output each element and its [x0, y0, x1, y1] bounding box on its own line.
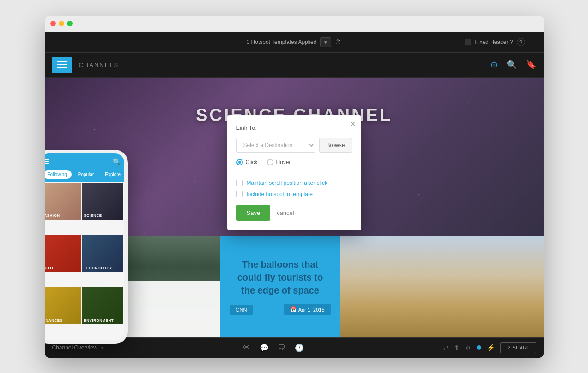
eye-icon[interactable]: 👁	[243, 343, 250, 352]
checkbox-row-2: Include hotspot in template	[236, 191, 352, 197]
phone-card-auto[interactable]: AUTO	[45, 235, 81, 272]
checkbox-scroll[interactable]	[236, 180, 243, 186]
balloon-source[interactable]: CNN	[230, 305, 254, 315]
hotspot-bar: 0 Hotspot Templates Applied ▾ ⏱	[247, 37, 342, 47]
comment-icon[interactable]: 🗨	[278, 343, 285, 352]
chat-icon[interactable]: 💬	[260, 343, 269, 352]
balloon-card-title: The balloons that could fly tourists to …	[230, 258, 331, 297]
balloon-date: 📅 Apr 1, 2015	[284, 304, 331, 315]
phone-card-environment-label: ENVIRONMENT	[84, 318, 114, 323]
help-icon[interactable]: ?	[517, 38, 525, 46]
dot-red[interactable]	[50, 21, 56, 26]
balloon-card: The balloons that could fly tourists to …	[220, 236, 340, 337]
radio-click-circle[interactable]	[236, 159, 243, 165]
nav-logo[interactable]	[52, 57, 72, 73]
phone-search-icon[interactable]: 🔍	[113, 158, 121, 165]
channel-overview-label: Channel Overview	[52, 344, 97, 351]
phone-card-tech[interactable]: TECHNOLOGY	[82, 235, 123, 272]
active-dot	[477, 345, 481, 350]
phone-nav: 🔍	[45, 153, 124, 170]
upload-icon[interactable]: ⬆	[454, 344, 460, 351]
modal-close-button[interactable]: ✕	[350, 120, 356, 128]
browser-dots	[50, 21, 73, 26]
phone-card-science-label: SCIENCE	[84, 214, 102, 218]
link-to-modal: ✕ Link To: Select a Destination Browse C…	[227, 115, 361, 230]
modal-divider	[236, 173, 352, 173]
destination-select[interactable]: Select a Destination	[236, 138, 316, 153]
phone-screen: 🔍 Following Popular Explore FASHION SCIE…	[45, 153, 124, 340]
nav-title: CHANNELS	[79, 61, 491, 68]
bottom-center: 👁 💬 🗨 🕐	[104, 343, 443, 352]
phone-card-fashion-label: FASHION	[45, 214, 60, 218]
phone-card-fashion[interactable]: FASHION	[45, 183, 81, 220]
calendar-icon: 📅	[290, 306, 297, 312]
radio-hover-option[interactable]: Hover	[267, 159, 291, 165]
share-button[interactable]: ↗ SHARE	[500, 342, 536, 353]
modal-title: Link To:	[236, 124, 352, 131]
radio-row: Click Hover	[236, 159, 352, 165]
phone-tab-following[interactable]: Following	[45, 170, 72, 179]
phone-grid: FASHION SCIENCE AUTO TECHNOLOGY	[45, 182, 124, 340]
hotspot-dropdown[interactable]: ▾	[320, 37, 331, 47]
checkbox-hotspot-label: Include hotspot in template	[247, 191, 313, 197]
hotspot-label: 0 Hotspot Templates Applied	[247, 39, 317, 45]
share-icon[interactable]: ⇄	[443, 344, 449, 351]
checkbox-hotspot[interactable]	[236, 191, 243, 197]
dot-yellow[interactable]	[59, 21, 64, 26]
dot-green[interactable]	[67, 21, 73, 26]
nav-bar: CHANNELS ⊙ 🔍 🔖	[45, 53, 544, 78]
radio-click-label: Click	[246, 159, 258, 165]
settings-icon[interactable]: ⚙	[465, 344, 471, 351]
browser-chrome	[45, 16, 544, 32]
browse-button[interactable]: Browse	[319, 138, 352, 153]
phone-hamburger-icon[interactable]	[45, 159, 49, 164]
share-arrow-icon: ↗	[506, 345, 510, 351]
radio-click-option[interactable]: Click	[236, 159, 258, 165]
search-icon[interactable]: 🔍	[507, 60, 517, 70]
bottom-right: ⇄ ⬆ ⚙ ⚡ ↗ SHARE	[443, 342, 536, 353]
phone-frame: 🔍 Following Popular Explore FASHION SCIE…	[45, 150, 128, 344]
phone-tabs: Following Popular Explore	[45, 170, 124, 182]
balloon-meta: CNN 📅 Apr 1, 2015	[230, 304, 331, 315]
phone-card-auto-label: AUTO	[45, 266, 54, 270]
fixed-header-checkbox[interactable]	[465, 39, 471, 45]
phone-card-finances-label: FINANCES	[45, 318, 63, 323]
bolt-icon[interactable]: ⚡	[487, 344, 495, 351]
checkbox-row-1: Maintain scroll position after click	[236, 180, 352, 186]
desert-card	[340, 236, 544, 337]
phone-tab-popular[interactable]: Popular	[73, 170, 98, 179]
phone-card-tech-label: TECHNOLOGY	[84, 266, 112, 270]
balloon-card-container: The balloons that could fly tourists to …	[220, 236, 340, 337]
checkbox-scroll-label: Maintain scroll position after click	[247, 180, 327, 186]
clock-icon[interactable]: ⏱	[335, 38, 341, 46]
modal-destination-row: Select a Destination Browse	[236, 138, 352, 153]
radio-hover-circle[interactable]	[267, 159, 273, 165]
nav-icons: ⊙ 🔍 🔖	[491, 60, 536, 70]
bottom-left: Channel Overview ▾	[52, 344, 104, 351]
target-icon[interactable]: ⊙	[491, 60, 497, 70]
cancel-link[interactable]: cancel	[277, 209, 294, 216]
phone-tab-explore[interactable]: Explore	[100, 170, 124, 179]
mobile-phone: 🔍 Following Popular Explore FASHION SCIE…	[45, 150, 128, 344]
radio-hover-label: Hover	[276, 159, 291, 165]
history-icon[interactable]: 🕐	[295, 343, 304, 352]
browser-window: 0 Hotspot Templates Applied ▾ ⏱ Fixed He…	[45, 16, 544, 358]
top-toolbar: 0 Hotspot Templates Applied ▾ ⏱ Fixed He…	[45, 32, 544, 53]
fixed-header-area: Fixed Header ? ?	[465, 38, 525, 46]
hamburger-icon[interactable]	[57, 61, 67, 68]
phone-card-environment[interactable]: ENVIRONMENT	[82, 287, 123, 324]
bookmark-icon[interactable]: 🔖	[526, 60, 536, 70]
modal-footer: Save cancel	[236, 205, 352, 221]
phone-card-science[interactable]: SCIENCE	[82, 183, 123, 220]
save-button[interactable]: Save	[236, 205, 271, 221]
phone-card-finances[interactable]: FINANCES	[45, 287, 81, 324]
fixed-header-label: Fixed Header ?	[475, 39, 513, 45]
